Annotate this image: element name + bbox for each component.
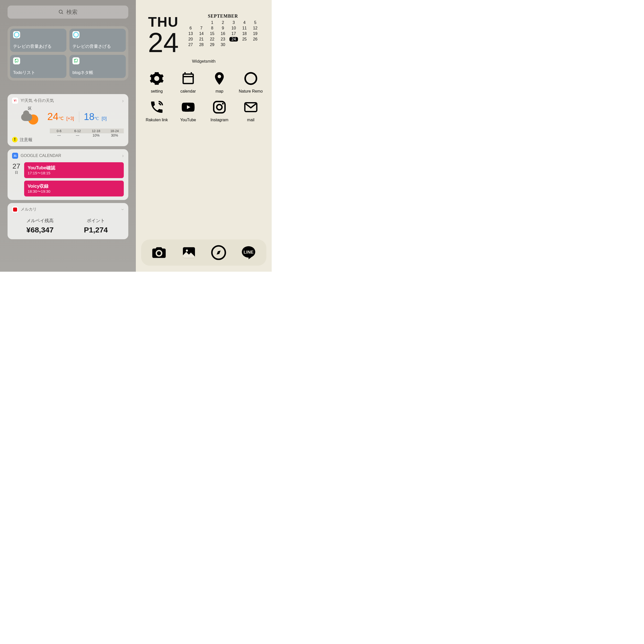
app-calendar[interactable]: calendar (174, 70, 203, 94)
weather-widget[interactable]: Y! Y!天気 今日の天気 › 区 24℃ [+3] 18℃ [0] 0-66-… (8, 94, 128, 146)
gcal-widget[interactable]: 31 GOOGLE CALENDAR › 27 日 YouTube確認 17:1… (8, 149, 128, 200)
calendar-cell: 21 (197, 37, 206, 42)
shortcut-tv-vol-up[interactable]: テレビの音量あげる (10, 29, 66, 52)
app-mail[interactable]: mail (236, 99, 265, 122)
yahoo-weather-icon: Y! (12, 98, 18, 104)
app-rakuten-link[interactable]: Rakuten link (142, 99, 171, 122)
calendar-cell: 29 (208, 43, 217, 47)
gcal-event[interactable]: YouTube確認 17:15〜18:15 (24, 162, 124, 178)
calendar-cell: 2 (219, 20, 227, 25)
dock-camera[interactable] (150, 244, 168, 261)
shortcut-label: テレビの音量あげる (13, 44, 63, 49)
calendar-cell: 10 (229, 26, 238, 30)
event-title: YouTube確認 (28, 165, 120, 171)
shortcut-blog[interactable]: blogネタ帳 (69, 55, 126, 78)
event-time: 17:15〜18:15 (28, 171, 120, 176)
calendar-cell: 28 (197, 43, 206, 47)
dock-photo[interactable] (180, 244, 197, 261)
app-label: calendar (180, 89, 196, 94)
svg-text:LINE: LINE (244, 250, 253, 255)
app-instagram[interactable]: Instagram (205, 99, 234, 122)
app-label: Nature Remo (239, 89, 263, 94)
calendar-cell: 5 (251, 20, 260, 25)
calendar-cell: 24 (229, 37, 238, 42)
calendar-cell (229, 43, 238, 47)
partly-cloudy-icon (21, 112, 38, 127)
calendar-cell: 13 (186, 31, 195, 36)
calendar-cell: 25 (240, 37, 249, 42)
svg-point-5 (222, 103, 224, 105)
gcal-date: 27 日 (12, 162, 21, 196)
shortcut-label: Todoリスト (13, 70, 63, 75)
weather-alert: ! 注意報 (12, 137, 32, 143)
calendar-daynum: 24 (148, 30, 179, 55)
widgetsmith-calendar[interactable]: THU 24 SEPTEMBER 12345678910111213141516… (141, 14, 267, 55)
calendar-cell: 27 (186, 43, 195, 47)
calendar-cell: 12 (251, 26, 260, 30)
app-label: Instagram (211, 118, 228, 122)
gcal-event[interactable]: Voicy収録 18:30〜19:30 (24, 181, 124, 196)
search-placeholder: 検索 (66, 8, 77, 16)
chevron-right-icon: › (122, 153, 124, 158)
calendar-cell: 15 (208, 31, 217, 36)
calendar-cell: 19 (251, 31, 260, 36)
pin-icon (211, 70, 227, 87)
calendar-cell (251, 43, 260, 47)
evernote-icon (72, 57, 79, 64)
shortcut-label: blogネタ帳 (72, 70, 123, 75)
weather-high: 24℃ [+3] (47, 111, 74, 122)
chevron-right-icon: › (122, 98, 124, 104)
search-field[interactable]: 検索 (8, 6, 128, 19)
weather-pop-table: 0-66-1212-1818-24 ------10%30% (50, 129, 124, 137)
calendar-cell: 11 (240, 26, 249, 30)
widgetsmith-label: Widgetsmith (192, 59, 216, 64)
shortcuts-widget: テレビの音量あげる テレビの音量さげる Todoリスト blogネタ帳 (8, 26, 128, 81)
gcal-icon: 31 (12, 153, 18, 159)
calendar-cell: 4 (240, 20, 249, 25)
weather-title: Y!天気 今日の天気 (21, 98, 54, 103)
app-label: map (216, 89, 223, 94)
calendar-cell: 7 (197, 26, 206, 30)
calendar-grid: 1234567891011121314151617181920212223242… (186, 20, 260, 47)
svg-point-4 (217, 105, 222, 110)
calendar-cell: 17 (229, 31, 238, 36)
nature-remo-icon (13, 31, 20, 38)
dock-compass[interactable] (210, 244, 227, 261)
gcal-title: GOOGLE CALENDAR (21, 153, 61, 158)
svg-point-2 (245, 73, 256, 84)
calendar-cell: 23 (219, 37, 227, 42)
circle-icon (243, 70, 259, 87)
calendar-cell: 18 (240, 31, 249, 36)
svg-point-0 (59, 10, 62, 13)
app-nature-remo[interactable]: Nature Remo (236, 70, 265, 94)
mail-icon (243, 99, 259, 115)
app-map[interactable]: map (205, 70, 234, 94)
app-setting[interactable]: setting (142, 70, 171, 94)
svg-point-7 (157, 251, 161, 255)
calendar-icon (180, 70, 196, 87)
calendar-cell: 30 (219, 43, 227, 47)
calendar-cell: 14 (197, 31, 206, 36)
dock-line[interactable]: LINE (240, 244, 257, 261)
gear-icon (149, 70, 165, 87)
calendar-cell: 16 (219, 31, 227, 36)
youtube-icon (180, 99, 196, 115)
phone-icon (149, 99, 165, 115)
chevron-down-icon: › (120, 209, 126, 210)
alert-icon: ! (12, 137, 18, 142)
shortcut-todo[interactable]: Todoリスト (10, 55, 66, 78)
mercari-widget[interactable]: メルカリ › メルペイ残高 ¥68,347 ポイント P1,274 (8, 203, 128, 239)
calendar-cell (186, 20, 195, 25)
weather-area: 区 (12, 106, 47, 111)
shortcut-tv-vol-down[interactable]: テレビの音量さげる (69, 29, 126, 52)
instagram-icon (211, 99, 227, 115)
app-youtube[interactable]: YouTube (174, 99, 203, 122)
event-time: 18:30〜19:30 (28, 189, 120, 194)
mercari-icon (12, 207, 18, 213)
app-grid: settingcalendarmapNature RemoRakuten lin… (141, 70, 267, 122)
calendar-cell (197, 20, 206, 25)
search-icon (58, 9, 64, 15)
mercari-title: メルカリ (21, 207, 37, 212)
mercari-points: ポイント P1,274 (68, 218, 124, 234)
calendar-cell: 20 (186, 37, 195, 42)
